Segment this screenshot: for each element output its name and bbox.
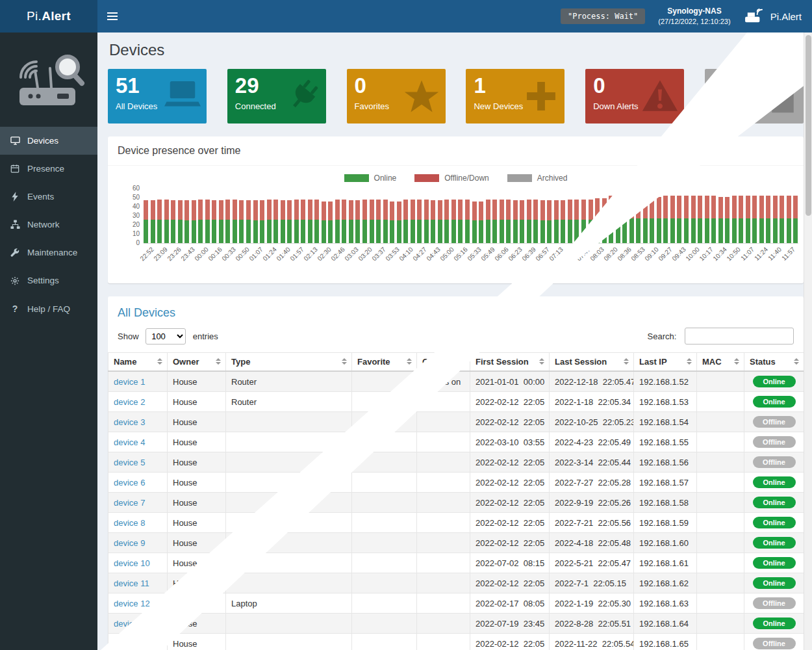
cell-favorite xyxy=(352,614,417,634)
cell-type xyxy=(226,432,352,452)
legend-item-archived[interactable]: Archived xyxy=(507,174,568,183)
device-link[interactable]: device 8 xyxy=(114,518,145,528)
chart-bar xyxy=(301,200,305,243)
device-link[interactable]: device 6 xyxy=(114,478,145,488)
sort-icon xyxy=(342,358,347,365)
cell-last-ip: 192.168.1.60 xyxy=(634,533,697,553)
y-tick-label: 60 xyxy=(133,185,140,192)
cell-status: Offline xyxy=(744,452,804,473)
column-header-type[interactable]: Type xyxy=(226,353,352,372)
column-header-last-ip[interactable]: Last IP xyxy=(634,353,697,372)
table-row: device 14House2022-02-12 22:052022-11-22… xyxy=(108,634,804,650)
device-link[interactable]: device 2 xyxy=(114,397,145,407)
column-header-owner[interactable]: Owner xyxy=(168,353,226,372)
cell-last-ip: 192.168.1.52 xyxy=(634,371,697,392)
plug-icon xyxy=(285,79,320,116)
device-link[interactable]: device 14 xyxy=(114,639,150,649)
column-header-group[interactable]: Group xyxy=(417,353,470,372)
card-new-devices[interactable]: 1 New Devices xyxy=(466,69,565,124)
cell-favorite xyxy=(352,412,417,432)
cell-mac xyxy=(697,573,744,593)
sidebar-item-events[interactable]: Events xyxy=(0,183,97,211)
device-link[interactable]: device 11 xyxy=(114,578,149,588)
hamburger-menu-icon[interactable] xyxy=(97,0,127,32)
cell-first-session: 2022-02-12 22:05 xyxy=(470,513,550,533)
cell-owner: House xyxy=(168,432,226,452)
column-header-mac[interactable]: MAC xyxy=(697,353,744,372)
sort-icon xyxy=(734,358,739,365)
chart-bar xyxy=(691,196,696,243)
device-link[interactable]: device 7 xyxy=(114,498,145,508)
sidebar-item-devices[interactable]: Devices xyxy=(0,127,97,155)
cell-mac xyxy=(697,553,744,573)
device-link[interactable]: device 4 xyxy=(114,437,145,447)
cell-last-session: 2022-9-19 22:05.26 xyxy=(550,493,634,513)
chart-bar xyxy=(192,200,196,243)
column-header-first-session[interactable]: First Session xyxy=(470,353,550,372)
cell-first-session: 2022-02-12 22:05 xyxy=(470,473,550,493)
cell-type xyxy=(226,412,352,432)
chart-bar xyxy=(342,200,346,243)
card-connected[interactable]: 29 Connected xyxy=(227,69,326,124)
sidebar-item-maintenance[interactable]: Maintenance xyxy=(0,239,97,266)
chart-bar xyxy=(568,200,572,243)
legend-item-offline[interactable]: Offline/Down xyxy=(414,174,488,183)
chart-bar xyxy=(705,196,709,243)
cell-last-ip: 192.168.1.53 xyxy=(634,392,697,412)
device-link[interactable]: device 12 xyxy=(114,599,150,608)
chart-bar xyxy=(677,196,681,243)
card-archived[interactable]: 0 Archived xyxy=(705,69,804,124)
cell-owner: House xyxy=(168,553,226,573)
archive-icon xyxy=(768,79,798,116)
scrollbar-thumb[interactable] xyxy=(806,35,811,216)
device-link[interactable]: device 3 xyxy=(114,417,145,427)
column-header-last-session[interactable]: Last Session xyxy=(550,353,634,372)
chart-bar xyxy=(431,200,435,243)
chart-y-axis: 0102030405060 xyxy=(119,188,140,243)
device-link[interactable]: device 9 xyxy=(114,538,145,548)
cell-first-session: 2022-03-10 03:55 xyxy=(470,432,550,452)
device-link[interactable]: device 10 xyxy=(114,558,150,568)
y-tick-label: 30 xyxy=(133,212,140,220)
brand-suffix: Alert xyxy=(42,9,71,23)
entries-select[interactable]: 100 xyxy=(146,328,186,344)
sidebar-item-help[interactable]: ? Help / FAQ xyxy=(0,294,97,323)
card-favorites[interactable]: 0 Favorites xyxy=(347,69,446,124)
cell-last-session: 2022-11-22 22:05.54 xyxy=(550,634,634,650)
device-link[interactable]: device 13 xyxy=(114,619,150,629)
column-header-status[interactable]: Status xyxy=(744,353,804,372)
sidebar-item-settings[interactable]: Settings xyxy=(0,266,97,294)
y-tick-label: 10 xyxy=(133,230,140,238)
cell-owner: House xyxy=(168,392,226,412)
vertical-scrollbar[interactable] xyxy=(804,32,812,650)
column-header-favorite[interactable]: Favorite xyxy=(352,353,417,372)
chart-bar xyxy=(622,196,627,243)
legend-item-online[interactable]: Online xyxy=(344,174,397,183)
cell-favorite xyxy=(352,392,417,412)
sidebar-item-network[interactable]: Network xyxy=(0,211,97,239)
brand-logo[interactable]: Pi.Alert xyxy=(0,0,97,32)
cell-name: device 9 xyxy=(108,533,168,553)
cell-last-ip: 192.168.1.57 xyxy=(634,473,697,493)
sort-icon xyxy=(157,358,162,365)
device-link[interactable]: device 1 xyxy=(114,377,145,387)
cell-type xyxy=(226,452,352,473)
search-input[interactable] xyxy=(685,328,794,344)
card-down-alerts[interactable]: 0 Down Alerts xyxy=(585,69,684,124)
sort-icon xyxy=(539,358,544,365)
device-link[interactable]: device 5 xyxy=(114,458,145,467)
cell-name: device 11 xyxy=(108,573,168,593)
column-header-name[interactable]: Name xyxy=(108,353,168,372)
cell-type xyxy=(226,533,352,553)
chart-bar xyxy=(684,196,689,243)
chart-bar xyxy=(253,200,258,243)
y-tick-label: 40 xyxy=(133,203,140,211)
cell-status: Online xyxy=(744,513,804,533)
chart-legend: Online Offline/Down Archived xyxy=(118,174,794,183)
card-all-devices[interactable]: 51 All Devices xyxy=(108,69,207,124)
chart-bar xyxy=(780,196,784,243)
cell-name: device 10 xyxy=(108,553,168,573)
chart-bar xyxy=(390,202,394,243)
sidebar-item-presence[interactable]: Presence xyxy=(0,155,97,183)
chart-bar xyxy=(198,200,203,243)
